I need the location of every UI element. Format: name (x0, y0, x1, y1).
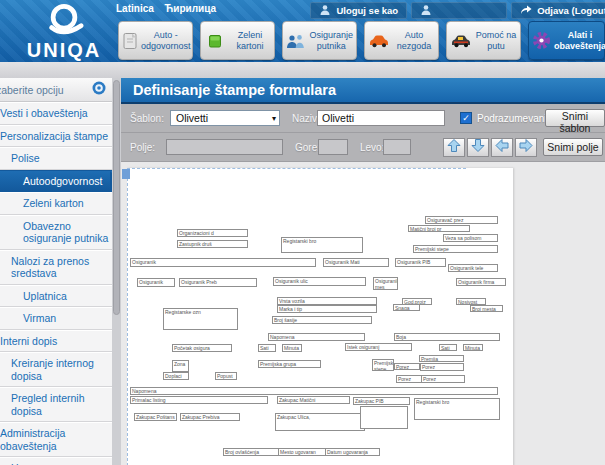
form-field-osiguranik[interactable]: Osiguranik (130, 258, 316, 267)
form-field-sati[interactable]: Sati (258, 344, 276, 352)
form-field-porez[interactable]: Porez (421, 375, 465, 383)
form-field-po-etak-osigura[interactable]: Početak osigura (172, 344, 232, 352)
form-field-osiguranik-preb[interactable]: Osiguranik Preb (179, 278, 257, 287)
form-field-osiguranik-tele[interactable]: Osiguranik tele (448, 264, 498, 272)
sidebar-item-administracija-obave-tenja[interactable]: Administracija obaveštenja (0, 422, 112, 457)
move-up-button[interactable] (443, 138, 465, 157)
levo-input[interactable] (383, 139, 411, 155)
lang-latinica-link[interactable]: Latinica (116, 3, 154, 14)
sidebar-item-vesti-i-obave-tenja[interactable]: Vesti i obaveštenja (0, 102, 112, 125)
form-field-premija[interactable]: Premija (419, 355, 464, 362)
form-field-registarske-ozn[interactable]: Registarske ozn (163, 308, 238, 330)
sidebar-item-uplatnica[interactable]: Uplatnica (0, 285, 112, 308)
form-field-premijski-stepe[interactable]: Premijski stepe (372, 359, 394, 371)
naziv-input[interactable] (317, 110, 445, 126)
form-field-veza-sa-polisom[interactable]: Veza sa polisom (443, 234, 498, 242)
form-canvas[interactable]: Organizacioni dZastupnik drušRegistarski… (127, 168, 513, 465)
form-field-broj-ovla-enja[interactable]: Broj ovlašćenja (223, 448, 283, 456)
sidebar-item-interni-dopis[interactable]: Interni dopis (0, 330, 112, 353)
form-field-osiguranik-mes[interactable]: Osiguranik mes (373, 277, 398, 290)
move-down-button[interactable] (467, 138, 489, 157)
tab-auto-nezgoda[interactable]: Auto nezgoda (364, 21, 439, 60)
sidebar-item-virman[interactable]: Virman (0, 307, 112, 330)
form-field-porez-takse[interactable]: Porez takse (394, 363, 420, 370)
polje-input[interactable] (166, 139, 283, 155)
form-field-zakupac-prebiva[interactable]: Zakupac Prebiva (180, 413, 240, 421)
current-user-box[interactable] (411, 2, 507, 19)
form-field-osiguranik-firma[interactable]: Osiguranik firma (456, 278, 506, 286)
form-field-marka-i-tip[interactable]: Marka i tip (277, 305, 377, 313)
form-field-napomena[interactable]: Napomena (130, 387, 498, 395)
form-field-osiguranik-pib[interactable]: Osiguranik PIB (395, 258, 446, 267)
form-field-registarski-bro[interactable]: Registarski bro (414, 398, 500, 420)
tab-pomo-na-putu[interactable]: Pomoć na putu (446, 21, 521, 60)
move-right-button[interactable] (515, 138, 537, 157)
form-field-zakupac-ulica[interactable]: Zakupac Ulica, (275, 413, 365, 431)
logout-button[interactable]: Odjava (Logout) (511, 2, 605, 19)
form-field-primalac-listing[interactable]: Primalac listing (130, 396, 268, 404)
car-icon (368, 34, 390, 48)
form-field-mati-ni-broj-pr[interactable]: Matični broj pr (408, 225, 470, 232)
sidebar-item-polise[interactable]: Polise (0, 147, 112, 170)
tab-zeleni-kartoni[interactable]: Zeleni kartoni (200, 21, 275, 60)
form-field-boja[interactable]: Boja (394, 333, 500, 341)
form-field-broj-mesta[interactable]: Broj mesta (470, 305, 503, 312)
podrazumevani-checkbox[interactable]: ✓ (460, 112, 472, 124)
form-field-porez-takse2[interactable]: Porez takse2 (396, 375, 422, 383)
form-field-organizacioni-d[interactable]: Organizacioni d (177, 229, 248, 237)
sidebar-item-kreiranje-internog-dopisa[interactable]: Kreiranje internog dopisa (0, 352, 112, 387)
form-field-broj-asije[interactable]: Broj šasije (272, 316, 372, 324)
sidebar-item-pregled-internih-dopisa[interactable]: Pregled internih dopisa (0, 387, 112, 422)
form-field-zakupac-po-tans[interactable]: Zakupac Poštans (134, 413, 177, 421)
user-icon (319, 4, 331, 18)
sidebar-item-autoodgovornost[interactable]: Autoodgovornost (0, 170, 112, 193)
sidebar-item-unos-novog-obave-tenja[interactable]: Unos novog obaveštenja (0, 457, 112, 465)
form-field-premijski-stepe[interactable]: Premijski stepe (413, 245, 498, 253)
gore-input[interactable] (318, 139, 348, 155)
sidebar-item-zeleni-karton[interactable]: Zeleni karton (0, 192, 112, 215)
sidebar-item-obavezno-osiguranje-putnika[interactable]: Obavezno osiguranje putnika (0, 215, 112, 250)
form-field-napomena[interactable]: Napomena (268, 333, 365, 341)
uniqa-logo: UNIQA (16, 2, 112, 62)
sidebar-scrollbar-thumb[interactable] (113, 80, 120, 315)
form-field-item[interactable] (360, 406, 408, 429)
form-field-nosivost[interactable]: Nosivost (456, 298, 486, 305)
form-field-popust[interactable]: Popust (215, 372, 237, 380)
sidebar-scrollbar[interactable] (112, 78, 121, 465)
move-left-button[interactable] (491, 138, 513, 157)
green-card-icon (204, 33, 226, 49)
form-field-osiguranik-mati[interactable]: Osiguranik Mati (323, 258, 389, 267)
form-field-istek-osiguranj[interactable]: Istek osiguranj (345, 343, 412, 351)
login-as-button[interactable]: Uloguj se kao (310, 2, 407, 19)
tab-alati-i-obave-tenja[interactable]: Alati i obaveštenja (528, 21, 605, 60)
form-field-datum-ugovaranja[interactable]: Datum ugovaranja (325, 448, 380, 456)
form-field-osiguranik-ro[interactable]: Osiguranik Rođ (137, 278, 175, 287)
form-field-porez[interactable]: Porez (420, 363, 464, 371)
form-field-sati[interactable]: Sati (439, 344, 457, 351)
form-field-vrsta-vozila[interactable]: Vrsta vozila (277, 297, 377, 305)
form-field-registarski-bro[interactable]: Registarski bro (281, 237, 363, 253)
sablon-select[interactable]: Olivetti ▾ (170, 110, 280, 126)
form-field-zakupac-mati-ni[interactable]: Zakupac Matični (277, 396, 350, 404)
form-field-zakupac-pib[interactable]: Zakupac PIB (353, 397, 410, 405)
form-field-osiguranik-ulic[interactable]: Osiguranik ulic (273, 277, 366, 286)
app-window: UNIQA Latinica Ћирилица Uloguj se kao (0, 0, 605, 465)
sidebar: Izaberite opciju Vesti i obaveštenjaPers… (0, 78, 112, 465)
sidebar-item-nalozi-za-prenos-sredstava[interactable]: Nalozi za prenos sredstava (0, 250, 112, 285)
form-field-minuta[interactable]: Minuta (463, 344, 483, 351)
collapse-target-icon[interactable] (92, 81, 106, 99)
tab-osiguranje-putnika[interactable]: Osiguranje putnika (282, 21, 357, 60)
sidebar-item-personalizacija-tampe[interactable]: Personalizacija štampe (0, 125, 112, 148)
lang-cirilica-link[interactable]: Ћирилица (165, 3, 216, 14)
form-field-snaga[interactable]: Snaga (393, 304, 420, 311)
form-field-zona[interactable]: Zona (172, 360, 189, 372)
snimi-sablon-button[interactable]: Snimi šablon (545, 109, 605, 127)
form-field-zastupnik-dru[interactable]: Zastupnik druš (177, 240, 248, 248)
snimi-polje-button[interactable]: Snimi polje (543, 138, 603, 156)
form-field-minuta[interactable]: Minuta (282, 344, 302, 352)
selection-handle[interactable] (122, 169, 130, 179)
tab-auto-odgovornost[interactable]: Auto - odgovornost (118, 21, 193, 60)
form-field-premijska-grupa[interactable]: Premijska grupa (258, 360, 321, 368)
form-field-doplaci[interactable]: Doplaci (163, 372, 189, 380)
form-field-osigurava-prez[interactable]: Osiguravač prez (425, 216, 498, 224)
